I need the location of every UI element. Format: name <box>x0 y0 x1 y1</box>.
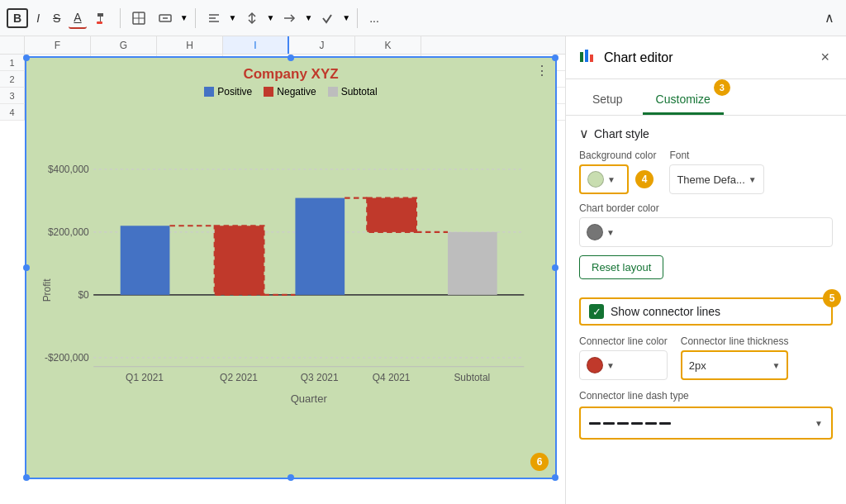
border-color-arrow: ▼ <box>606 228 615 237</box>
bg-color-swatch <box>587 171 604 188</box>
align-v-button[interactable] <box>240 8 264 28</box>
borders-button[interactable] <box>127 8 150 28</box>
line-color-group: Connector line color ▼ <box>579 335 668 380</box>
svg-text:Q3 2021: Q3 2021 <box>301 372 339 383</box>
text-dir-dropdown[interactable]: ▼ <box>304 13 312 22</box>
chart-title: Company XYZ <box>40 66 542 83</box>
col-header-j[interactable]: J <box>289 36 355 54</box>
line-thickness-value: 2px <box>689 359 706 372</box>
merge-button[interactable] <box>154 8 177 28</box>
line-color-button[interactable]: ▼ <box>579 350 668 380</box>
bg-color-button[interactable]: ▼ <box>579 164 629 194</box>
resize-handle-bm[interactable] <box>288 474 294 481</box>
align-h-button[interactable] <box>202 8 226 28</box>
resize-handle-ml[interactable] <box>23 264 30 271</box>
resize-handle-br[interactable] <box>552 474 558 481</box>
bar-q3-positive <box>295 198 345 295</box>
dash-type-arrow: ▼ <box>815 419 823 428</box>
bar-q1-positive <box>121 226 170 295</box>
svg-text:Subtotal: Subtotal <box>454 372 490 383</box>
font-select-button[interactable]: Theme Defa... ▼ <box>669 164 763 194</box>
col-header-i[interactable]: I <box>223 36 289 54</box>
reset-layout-button[interactable]: Reset layout <box>579 255 663 279</box>
col-header-h[interactable]: H <box>157 36 223 54</box>
chart-menu-button[interactable]: ⋮ <box>532 61 552 80</box>
svg-text:Q4 2021: Q4 2021 <box>373 372 411 383</box>
line-thickness-button[interactable]: 2px ▼ <box>681 350 789 380</box>
row-num-header <box>0 36 25 54</box>
step-bubble-6: 6 <box>530 453 549 471</box>
legend-label-positive: Positive <box>217 86 252 97</box>
svg-rect-0 <box>97 21 102 24</box>
strikethrough-button[interactable]: S <box>48 8 65 28</box>
col-header-f[interactable]: F <box>25 36 91 54</box>
editor-tabs: Setup Customize 3 <box>566 79 846 116</box>
resize-handle-tl[interactable] <box>23 55 30 61</box>
legend-item-positive: Positive <box>204 86 252 97</box>
dash-type-select[interactable]: ▼ <box>579 407 833 440</box>
text-dir-button[interactable] <box>278 8 301 28</box>
collapse-button[interactable]: ∧ <box>820 7 839 29</box>
resize-handle-mr[interactable] <box>552 264 558 271</box>
line-color-arrow: ▼ <box>606 361 615 370</box>
legend-item-negative: Negative <box>264 86 316 97</box>
divider-2 <box>195 8 196 28</box>
step-bubble-4: 4 <box>635 170 654 188</box>
underline-button[interactable]: A <box>69 7 86 29</box>
show-connector-row: ✓ Show connector lines <box>579 297 833 326</box>
col-header-g[interactable]: G <box>91 36 157 54</box>
row-num-1: 1 <box>0 55 25 70</box>
tab-setup[interactable]: Setup <box>579 86 636 115</box>
svg-text:Q2 2021: Q2 2021 <box>220 372 258 383</box>
connector-section: ✓ Show connector lines 5 Connector line … <box>579 297 833 440</box>
chart-container[interactable]: ⋮ Company XYZ Positive Negative Subtotal <box>25 56 557 479</box>
svg-text:-$200,000: -$200,000 <box>45 352 89 364</box>
line-color-label: Connector line color <box>579 335 668 347</box>
show-connector-checkbox[interactable]: ✓ <box>589 304 604 319</box>
legend-color-subtotal <box>328 87 338 97</box>
bar-q2-negative <box>215 226 264 295</box>
editor-close-button[interactable]: × <box>817 45 833 69</box>
italic-button[interactable]: I <box>31 8 45 28</box>
thickness-arrow: ▼ <box>772 361 781 370</box>
line-thickness-group: Connector line thickness 2px ▼ <box>681 335 789 380</box>
chart-svg-area: Profit $400,000 $200,000 $0 -$200, <box>40 102 542 469</box>
resize-handle-tm[interactable] <box>288 55 294 61</box>
border-color-label: Chart border color <box>579 202 833 214</box>
font-arrow: ▼ <box>749 175 757 184</box>
bold-button[interactable]: B <box>7 8 28 28</box>
spreadsheet-area: F G H I J K 1 2 <box>0 36 565 504</box>
check-dropdown[interactable]: ▼ <box>342 13 350 22</box>
legend-color-positive <box>204 87 214 97</box>
resize-handle-bl[interactable] <box>23 474 30 481</box>
bg-color-group: Background color ▼ 4 <box>579 150 656 194</box>
chart-style-section: ∨ Chart style Background color ▼ 4 <box>579 126 833 288</box>
legend-color-negative <box>264 87 273 97</box>
editor-header: Chart editor × <box>566 36 846 79</box>
border-color-button[interactable]: ▼ <box>579 217 833 247</box>
svg-rect-36 <box>590 55 593 62</box>
border-color-swatch <box>587 224 603 240</box>
chart-inner: Company XYZ Positive Negative Subtotal <box>26 58 555 478</box>
show-connector-wrap: ✓ Show connector lines 5 <box>579 297 833 326</box>
step-bubble-5: 5 <box>823 289 841 307</box>
align-v-dropdown[interactable]: ▼ <box>267 13 275 22</box>
align-h-dropdown[interactable]: ▼ <box>229 13 237 22</box>
svg-text:Q1 2021: Q1 2021 <box>126 372 164 383</box>
line-color-swatch <box>587 357 603 373</box>
paint-format-button[interactable] <box>90 8 113 28</box>
resize-handle-tr[interactable] <box>552 55 558 61</box>
bar-q4-negative <box>367 198 416 232</box>
connector-controls-row: Connector line color ▼ Connector line th… <box>579 335 833 380</box>
divider-1 <box>120 8 121 28</box>
dash-type-label: Connector line dash type <box>579 390 833 402</box>
check-button[interactable] <box>316 8 339 28</box>
step-bubble-3: 3 <box>714 79 730 96</box>
more-button[interactable]: ... <box>364 8 384 28</box>
dash-visual <box>589 422 815 425</box>
col-header-k[interactable]: K <box>355 36 421 54</box>
tab-customize[interactable]: Customize <box>643 86 724 115</box>
merge-dropdown[interactable]: ▼ <box>180 13 188 22</box>
border-color-row: Chart border color ▼ <box>579 202 833 247</box>
y-axis-label: Profit <box>41 278 53 302</box>
